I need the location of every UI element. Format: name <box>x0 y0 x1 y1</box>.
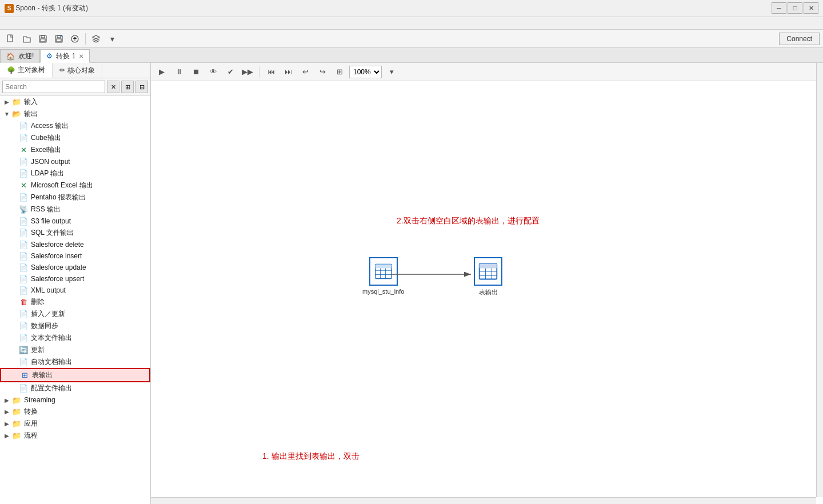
data-sync-label: 数据同步 <box>31 321 58 331</box>
tree-item-apply[interactable]: ▶ 📁 应用 <box>0 418 150 430</box>
transform-cat-arrow: ▶ <box>2 409 11 415</box>
tree-item-access[interactable]: 📄 Access 输出 <box>0 120 150 132</box>
menu-bar <box>0 17 823 30</box>
excel-icon: ✕ <box>18 146 29 155</box>
tree-item-insert-update[interactable]: 📄 插入／更新 <box>0 308 150 320</box>
tree-item-sf-update[interactable]: 📄 Salesforce update <box>0 262 150 273</box>
layer-button[interactable] <box>89 32 103 46</box>
publish-button[interactable] <box>67 32 82 46</box>
tree-item-text-output[interactable]: 📄 文本文件输出 <box>0 332 150 344</box>
tree-item-rss[interactable]: 📡 RSS 输出 <box>0 203 150 215</box>
tree-item-input[interactable]: ▶ 📁 输入 <box>0 96 150 108</box>
tree-item-sf-upsert[interactable]: 📄 Salesforce upsert <box>0 273 150 285</box>
panel-tab-core-objects[interactable]: ✏ 核心对象 <box>53 63 102 78</box>
msexcel-icon: ✕ <box>18 181 29 190</box>
tree-item-s3[interactable]: 📄 S3 file output <box>0 215 150 227</box>
saveas-button[interactable] <box>51 32 66 46</box>
close-button[interactable]: ✕ <box>804 2 818 14</box>
tree-item-auto-doc[interactable]: 📄 自动文档输出 <box>0 356 150 368</box>
minimize-button[interactable]: ─ <box>772 2 786 14</box>
tree-item-cube[interactable]: 📄 Cube输出 <box>0 132 150 144</box>
tab-transform[interactable]: ⚙ 转换 1 ✕ <box>40 49 90 63</box>
apply-arrow: ▶ <box>2 421 11 427</box>
sf-upsert-label: Salesforce upsert <box>31 275 84 283</box>
json-label: JSON output <box>31 158 70 166</box>
access-label: Access 输出 <box>31 121 69 131</box>
panel-tabs: 🌳 主对象树 ✏ 核心对象 <box>0 63 150 78</box>
tree-item-xml[interactable]: 📄 XML output <box>0 285 150 296</box>
update-icon: 🔄 <box>18 346 29 355</box>
new-file-button[interactable] <box>3 32 18 46</box>
open-button[interactable] <box>19 32 34 46</box>
maximize-button[interactable]: □ <box>788 2 802 14</box>
search-input[interactable] <box>2 81 105 93</box>
tree-item-update[interactable]: 🔄 更新 <box>0 344 150 356</box>
tree-item-data-sync[interactable]: 📄 数据同步 <box>0 320 150 332</box>
tree-item-pentaho[interactable]: 📄 Pentaho 报表输出 <box>0 191 150 203</box>
app-icon: S <box>5 4 14 13</box>
canvas-area: ▶ ⏸ ⏹ 👁 ✔ ▶▶ ⏮ ⏭ ↩ ↪ ⊞ 50% 75% 100% 150%… <box>151 63 823 504</box>
access-icon: 📄 <box>18 122 29 131</box>
svg-rect-3 <box>41 39 45 42</box>
delete-label: 删除 <box>31 297 45 307</box>
left-panel: 🌳 主对象树 ✏ 核心对象 ✕ ⊞ ⊟ ▶ 📁 输入 <box>0 63 151 504</box>
ldap-label: LDAP 输出 <box>31 169 64 178</box>
save-button[interactable] <box>35 32 50 46</box>
search-collapse-button[interactable]: ⊟ <box>135 81 148 93</box>
update-label: 更新 <box>31 345 45 355</box>
pentaho-icon: 📄 <box>18 193 29 202</box>
tree-item-excel[interactable]: ✕ Excel输出 <box>0 144 150 156</box>
s3-icon: 📄 <box>18 217 29 226</box>
canvas-content[interactable]: 2.双击右侧空白区域的表输出，进行配置 1. 输出里找到表输出，双击 mysql… <box>151 63 823 504</box>
tab-close-button[interactable]: ✕ <box>79 53 83 59</box>
text-output-label: 文本文件输出 <box>31 333 72 343</box>
tree-item-streaming[interactable]: ▶ 📁 Streaming <box>0 394 150 406</box>
tree-item-transform-cat[interactable]: ▶ 📁 转换 <box>0 406 150 418</box>
transform-cat-label: 转换 <box>24 407 38 417</box>
search-clear-button[interactable]: ✕ <box>107 81 119 93</box>
s3-label: S3 file output <box>31 217 71 225</box>
streaming-folder-icon: 📁 <box>11 395 22 405</box>
tree-item-table-output[interactable]: ⊞ 表输出 <box>0 368 150 382</box>
tree-item-sf-delete[interactable]: 📄 Salesforce delete <box>0 239 150 250</box>
tree-item-sql[interactable]: 📄 SQL 文件输出 <box>0 227 150 239</box>
streaming-label: Streaming <box>24 396 55 404</box>
tree-item-delete[interactable]: 🗑 删除 <box>0 296 150 308</box>
apply-label: 应用 <box>24 419 38 429</box>
search-expand-button[interactable]: ⊞ <box>121 81 134 93</box>
svg-rect-5 <box>57 35 61 38</box>
title-text: Spoon - 转换 1 (有变动) <box>15 3 818 13</box>
delete-icon: 🗑 <box>18 298 29 307</box>
mysql-node-label: mysql_stu_info <box>362 288 404 295</box>
main-tree-label: 主对象树 <box>18 65 45 75</box>
output-label: 输出 <box>24 109 38 119</box>
panel-tab-main-tree[interactable]: 🌳 主对象树 <box>0 63 53 78</box>
sf-insert-label: Salesforce insert <box>31 252 82 260</box>
node-table-output[interactable]: 表输出 <box>474 257 502 297</box>
transform-tab-label: 转换 1 <box>56 51 75 61</box>
table-output-node-box[interactable] <box>474 257 502 286</box>
canvas-scrollbar-horizontal[interactable] <box>151 497 816 504</box>
dropdown-button[interactable]: ▾ <box>105 32 119 46</box>
canvas-scrollbar-vertical[interactable] <box>816 63 823 497</box>
tree-item-sf-insert[interactable]: 📄 Salesforce insert <box>0 250 150 262</box>
tree-item-flow[interactable]: ▶ 📁 流程 <box>0 430 150 442</box>
separator1 <box>85 33 86 45</box>
insert-update-label: 插入／更新 <box>31 309 65 319</box>
main-area: 🌳 主对象树 ✏ 核心对象 ✕ ⊞ ⊟ ▶ 📁 输入 <box>0 63 823 504</box>
tab-welcome[interactable]: 🏠 欢迎! <box>0 49 40 63</box>
connect-button[interactable]: Connect <box>779 33 820 45</box>
flow-arrow: ▶ <box>2 433 11 439</box>
transform-tab-icon: ⚙ <box>46 52 53 60</box>
sf-update-label: Salesforce update <box>31 263 86 271</box>
tree-item-output[interactable]: ▼ 📂 输出 <box>0 108 150 120</box>
core-objects-label: 核心对象 <box>67 66 95 75</box>
tree-item-msexcel[interactable]: ✕ Microsoft Excel 输出 <box>0 179 150 191</box>
tree-item-json[interactable]: 📄 JSON output <box>0 156 150 167</box>
hint-text-1: 2.双击右侧空白区域的表输出，进行配置 <box>397 216 540 226</box>
table-output-node-label: 表输出 <box>479 288 498 297</box>
data-sync-icon: 📄 <box>18 322 29 331</box>
tree-item-ldap[interactable]: 📄 LDAP 输出 <box>0 167 150 179</box>
tree-item-config-output[interactable]: 📄 配置文件输出 <box>0 382 150 394</box>
streaming-arrow: ▶ <box>2 397 11 403</box>
